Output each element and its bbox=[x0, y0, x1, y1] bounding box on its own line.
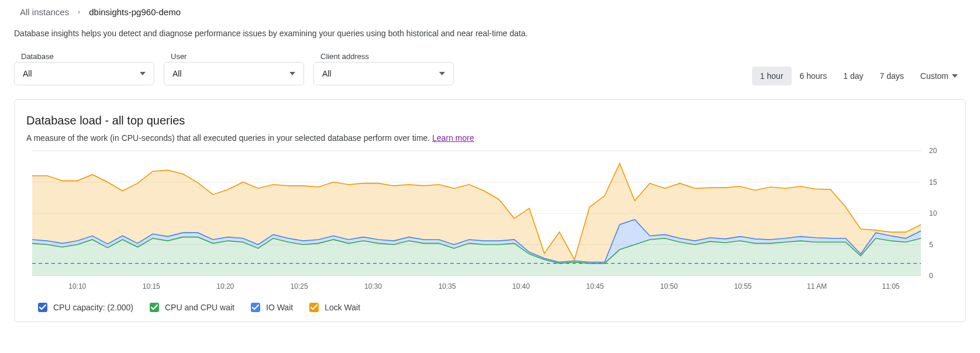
svg-text:0: 0 bbox=[929, 272, 933, 280]
svg-text:10:55: 10:55 bbox=[734, 282, 752, 290]
caret-down-icon bbox=[140, 72, 146, 75]
caret-down-icon bbox=[952, 74, 958, 78]
timerange-option[interactable]: 1 day bbox=[835, 67, 871, 85]
card-title: Database load - all top queries bbox=[26, 114, 954, 127]
svg-text:11 AM: 11 AM bbox=[807, 282, 827, 290]
client-filter: Client address All bbox=[313, 52, 454, 85]
legend-item[interactable]: Lock Wait bbox=[309, 303, 360, 312]
database-load-chart[interactable]: 0510152010:1010:1510:2010:2510:3010:3510… bbox=[26, 147, 954, 293]
database-load-card: Database load - all top queries A measur… bbox=[14, 99, 966, 322]
client-filter-select[interactable]: All bbox=[313, 62, 454, 85]
caret-down-icon bbox=[289, 72, 295, 75]
svg-text:10:25: 10:25 bbox=[291, 282, 308, 290]
svg-text:10:10: 10:10 bbox=[68, 282, 86, 290]
timerange-option[interactable]: 1 hour bbox=[752, 67, 792, 85]
user-filter-select[interactable]: All bbox=[164, 62, 304, 85]
svg-text:11:05: 11:05 bbox=[882, 282, 899, 290]
legend-item[interactable]: IO Wait bbox=[251, 303, 293, 312]
page-description: Database insights helps you detect and d… bbox=[14, 29, 966, 38]
learn-more-link[interactable]: Learn more bbox=[432, 133, 474, 143]
legend-label: Lock Wait bbox=[325, 303, 360, 312]
breadcrumb-parent[interactable]: All instances bbox=[20, 7, 69, 17]
database-filter-value: All bbox=[23, 69, 32, 78]
timerange-selector: 1 hour6 hours1 day7 daysCustom bbox=[752, 67, 966, 85]
svg-text:10:45: 10:45 bbox=[586, 282, 604, 290]
client-filter-value: All bbox=[322, 69, 332, 78]
breadcrumb: All instances dbinsights-pg960-demo bbox=[20, 7, 966, 17]
card-subtitle: A measure of the work (in CPU-seconds) t… bbox=[26, 133, 954, 143]
legend-swatch bbox=[309, 303, 319, 312]
timerange-option[interactable]: 7 days bbox=[872, 67, 912, 85]
user-filter: User All bbox=[164, 52, 304, 85]
svg-text:10:20: 10:20 bbox=[216, 282, 234, 290]
legend-label: CPU capacity: (2.000) bbox=[53, 303, 133, 312]
client-filter-label: Client address bbox=[320, 52, 454, 61]
chevron-right-icon bbox=[76, 7, 82, 17]
legend-item[interactable]: CPU capacity: (2.000) bbox=[38, 303, 133, 312]
timerange-option[interactable]: 6 hours bbox=[792, 67, 836, 85]
legend-label: IO Wait bbox=[266, 303, 293, 312]
legend-swatch bbox=[150, 303, 159, 312]
legend-label: CPU and CPU wait bbox=[165, 303, 234, 312]
database-filter: Database All bbox=[14, 52, 154, 85]
legend-swatch bbox=[38, 303, 47, 312]
svg-text:5: 5 bbox=[929, 241, 933, 249]
svg-text:10:15: 10:15 bbox=[143, 282, 160, 290]
svg-text:10:30: 10:30 bbox=[364, 282, 382, 290]
svg-text:20: 20 bbox=[929, 147, 937, 155]
legend-swatch bbox=[251, 303, 260, 312]
svg-text:15: 15 bbox=[929, 178, 937, 186]
chart-legend: CPU capacity: (2.000)CPU and CPU waitIO … bbox=[26, 303, 954, 312]
database-filter-select[interactable]: All bbox=[14, 62, 154, 85]
svg-text:10:35: 10:35 bbox=[439, 282, 456, 290]
legend-item[interactable]: CPU and CPU wait bbox=[150, 303, 234, 312]
user-filter-label: User bbox=[171, 52, 304, 61]
svg-text:10:40: 10:40 bbox=[512, 282, 530, 290]
timerange-option[interactable]: Custom bbox=[912, 67, 966, 85]
svg-text:10:50: 10:50 bbox=[660, 282, 678, 290]
breadcrumb-current: dbinsights-pg960-demo bbox=[89, 7, 181, 17]
svg-text:10: 10 bbox=[929, 209, 937, 217]
caret-down-icon bbox=[439, 72, 445, 75]
database-filter-label: Database bbox=[21, 52, 154, 61]
filters-row: Database All User All Client address All… bbox=[14, 52, 966, 85]
user-filter-value: All bbox=[172, 69, 182, 78]
